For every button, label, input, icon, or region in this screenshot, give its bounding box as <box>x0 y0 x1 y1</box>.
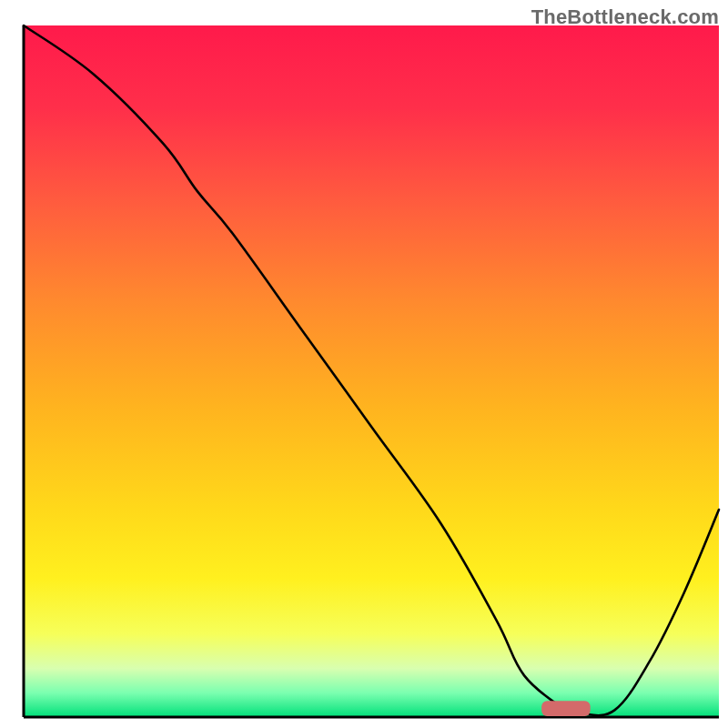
bottleneck-chart <box>0 0 728 728</box>
chart-container: TheBottleneck.com <box>0 0 728 728</box>
plot-background <box>24 25 719 717</box>
optimal-marker <box>541 701 590 716</box>
watermark-text: TheBottleneck.com <box>531 5 719 29</box>
